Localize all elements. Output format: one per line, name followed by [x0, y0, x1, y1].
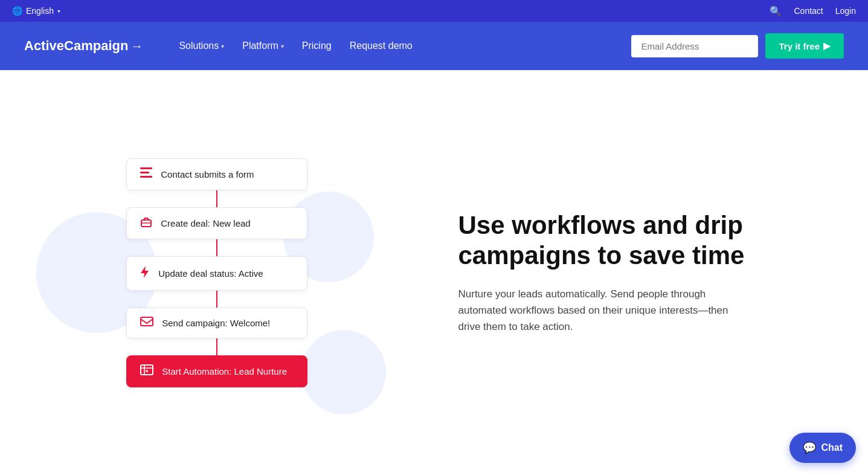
nav-pricing[interactable]: Pricing	[302, 40, 332, 51]
platform-chevron-icon: ▾	[281, 43, 284, 50]
hero-text-section: Use workflows and drip campaigns to save…	[434, 174, 869, 371]
nav-links: Solutions ▾ Platform ▾ Pricing Request d…	[179, 40, 631, 51]
decorative-circle-bottom	[301, 330, 386, 415]
workflow-item-form: Contact submits a form	[126, 158, 307, 190]
logo[interactable]: ActiveCampaign →	[24, 38, 143, 54]
svg-rect-0	[140, 167, 152, 169]
hero-headline: Use workflows and drip campaigns to save…	[458, 210, 832, 271]
chat-icon: 💬	[803, 441, 816, 454]
solutions-label: Solutions	[179, 40, 219, 51]
workflow-form-label: Contact submits a form	[161, 169, 254, 179]
workflow-section: Contact submits a form Create deal: New …	[0, 70, 434, 475]
nav-request-demo[interactable]: Request demo	[350, 40, 413, 51]
chat-label: Chat	[821, 442, 843, 453]
workflow-deal-label: Create deal: New lead	[161, 218, 250, 228]
connector-3	[216, 291, 217, 308]
connector-2	[216, 239, 217, 256]
svg-rect-1	[140, 172, 149, 173]
bolt-icon	[140, 265, 150, 282]
automation-icon	[140, 364, 153, 378]
svg-rect-9	[146, 370, 148, 372]
language-selector[interactable]: 🌐 English ▾	[12, 6, 60, 16]
workflow-status-label: Update deal status: Active	[158, 268, 263, 279]
svg-rect-2	[140, 176, 152, 178]
email-input[interactable]	[631, 35, 758, 57]
connector-4	[216, 338, 217, 355]
connector-1	[216, 190, 217, 207]
nav-solutions[interactable]: Solutions ▾	[179, 40, 224, 51]
workflow-item-campaign: Send campaign: Welcome!	[126, 308, 307, 338]
workflow-item-automation: Start Automation: Lead Nurture	[126, 355, 307, 387]
try-free-button[interactable]: Try it free ▶	[765, 33, 844, 59]
workflow-automation-label: Start Automation: Lead Nurture	[162, 366, 287, 376]
login-link[interactable]: Login	[835, 6, 856, 16]
request-demo-label: Request demo	[350, 40, 413, 51]
top-bar-actions: 🔍 Contact Login	[770, 5, 856, 17]
logo-arrow-icon: →	[130, 39, 143, 53]
solutions-chevron-icon: ▾	[221, 43, 224, 50]
try-free-label: Try it free	[779, 41, 820, 51]
pricing-label: Pricing	[302, 40, 332, 51]
top-bar: 🌐 English ▾ 🔍 Contact Login	[0, 0, 868, 22]
hero-subtext: Nurture your leads automatically. Send p…	[458, 286, 748, 335]
logo-text: ActiveCampaign	[24, 38, 128, 54]
main-nav: ActiveCampaign → Solutions ▾ Platform ▾ …	[0, 22, 868, 70]
form-icon	[140, 167, 152, 181]
svg-rect-5	[141, 317, 153, 326]
nav-platform[interactable]: Platform ▾	[242, 40, 284, 51]
try-free-arrow-icon: ▶	[823, 40, 831, 51]
workflow-item-status: Update deal status: Active	[126, 256, 307, 291]
language-chevron: ▾	[57, 8, 60, 15]
language-label: English	[26, 6, 54, 16]
workflow-diagram: Contact submits a form Create deal: New …	[126, 158, 307, 387]
workflow-campaign-label: Send campaign: Welcome!	[162, 318, 270, 328]
chat-button[interactable]: 💬 Chat	[789, 433, 856, 463]
globe-icon: 🌐	[12, 6, 22, 16]
contact-link[interactable]: Contact	[794, 6, 823, 16]
workflow-item-deal: Create deal: New lead	[126, 207, 307, 239]
email-icon	[140, 317, 153, 329]
briefcase-icon	[140, 216, 152, 230]
main-content: Contact submits a form Create deal: New …	[0, 70, 868, 475]
search-button[interactable]: 🔍	[770, 5, 782, 17]
nav-actions: Try it free ▶	[631, 33, 844, 59]
platform-label: Platform	[242, 40, 278, 51]
